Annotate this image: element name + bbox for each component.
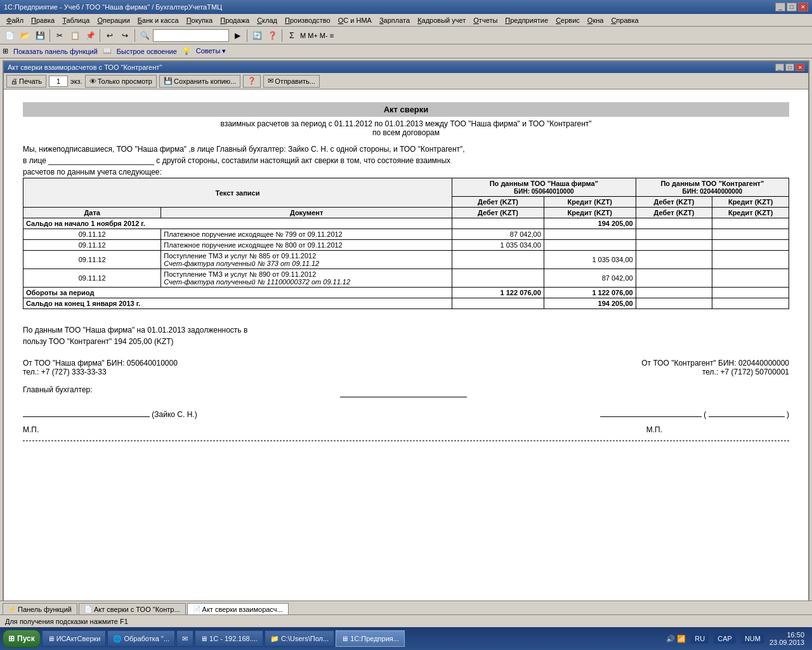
taskbar-item-3[interactable]: 🖥 1С - 192.168.... <box>195 630 263 647</box>
menu-service[interactable]: Сервис <box>552 15 584 25</box>
send-button[interactable]: ✉ Отправить... <box>263 75 320 88</box>
footer-text: По данным ТОО "Наша фирма" на 01.01.2013… <box>23 324 789 347</box>
app-title: 1С:Предприятие - Учеб / ТОО "Наша фирма"… <box>4 3 222 11</box>
menu-bank[interactable]: Банк и касса <box>134 15 183 25</box>
taskbar-item-2[interactable]: ✉ <box>176 630 193 647</box>
tab-act-sverki-kontr[interactable]: 📄 Акт сверки с ТОО "Контр... <box>79 603 186 614</box>
cap-indicator: CAP <box>714 633 736 644</box>
show-panel-button[interactable]: Показать панель функций <box>13 48 98 55</box>
tab-act-sverki-vzaim[interactable]: 📄 Акт сверки взаиморасч... <box>187 603 289 614</box>
their-company-header: По данным ТОО "Контрагент"БИН: 020440000… <box>636 178 789 197</box>
redo-button[interactable]: ↪ <box>118 29 132 43</box>
quick-learn-button[interactable]: Быстрое освоение <box>117 48 177 55</box>
separator5 <box>282 29 282 42</box>
copy-button[interactable]: 📋 <box>68 29 82 43</box>
sum-button[interactable]: Σ <box>285 29 299 43</box>
menu-enterprise[interactable]: Предприятие <box>501 15 552 25</box>
main-toolbar: 📄 📂 💾 ✂ 📋 📌 ↩ ↪ 🔍 ▶ 🔄 ❓ Σ M M+ M- ≡ <box>0 27 812 44</box>
menu-os[interactable]: ОС и НМА <box>334 15 376 25</box>
mp-right: М.П. <box>646 425 662 434</box>
menu-reports[interactable]: Отчеты <box>469 15 501 25</box>
language-indicator[interactable]: RU <box>691 633 709 644</box>
windows-icon: ⊞ <box>8 634 15 643</box>
menu-sales[interactable]: Продажа <box>216 15 253 25</box>
menu-windows[interactable]: Окна <box>584 15 608 25</box>
menu-table[interactable]: Таблица <box>58 15 93 25</box>
saldo-end-label: Сальдо на конец 1 января 2013 г. <box>23 298 452 309</box>
menu-salary[interactable]: Зарплата <box>376 15 414 25</box>
search-btn[interactable]: 🔍 <box>138 29 152 43</box>
menu-warehouse[interactable]: Склад <box>253 15 281 25</box>
taskbar-icon-0: 🖥 <box>48 635 55 642</box>
taskbar-item-0[interactable]: 🖥 ИСАктСверки <box>42 630 107 647</box>
taskbar-item-4[interactable]: 📁 C:\Users\Пол... <box>265 630 334 647</box>
saldo-end-debit <box>452 298 544 309</box>
menu-production[interactable]: Производство <box>281 15 334 25</box>
start-button[interactable]: ⊞ Пуск <box>3 630 41 647</box>
icon-info: 💡 <box>182 47 191 55</box>
act-intro: Мы, нижеподписавшиеся, ТОО "Наша фирма" … <box>23 143 789 178</box>
search-input[interactable] <box>153 29 229 42</box>
taskbar: ⊞ Пуск 🖥 ИСАктСверки 🌐 Обработка "... ✉ … <box>0 627 812 650</box>
close-button[interactable]: ✕ <box>798 3 808 11</box>
our-company-name: От ТОО "Наша фирма" БИН: 050640010000 <box>23 359 178 368</box>
saldo-start-debit <box>452 218 544 229</box>
turnover-debit-their <box>636 288 712 298</box>
credit-3: 1 035 034,00 <box>544 251 636 269</box>
copies-label: экз. <box>70 77 82 85</box>
menu-operations[interactable]: Операции <box>93 15 133 25</box>
tab-panel-functions[interactable]: ⚡ Панель функций <box>3 603 77 614</box>
icon-book: 📖 <box>103 47 112 55</box>
copies-input[interactable]: 1 <box>49 76 68 87</box>
menu-bar: Файл Правка Таблица Операции Банк и касс… <box>0 14 812 27</box>
icon-grid: ⊞ <box>3 47 8 55</box>
paste-button[interactable]: 📌 <box>83 29 97 43</box>
save-button[interactable]: 💾 <box>33 29 47 43</box>
credit-2 <box>544 240 636 251</box>
doc-title: Акт сверки взаиморасчетов с ТОО "Контраг… <box>8 63 162 71</box>
new-button[interactable]: 📄 <box>3 29 16 43</box>
table-row: Обороты за период 1 122 076,00 1 122 076… <box>23 288 789 298</box>
send-icon: ✉ <box>268 77 273 85</box>
save-copy-button[interactable]: 💾 Сохранить копию... <box>159 75 240 88</box>
credit-4: 87 042,00 <box>544 269 636 288</box>
refresh-button[interactable]: 🔄 <box>250 29 264 43</box>
help-button[interactable]: ❓ <box>265 29 279 43</box>
undo-button[interactable]: ↩ <box>103 29 117 43</box>
minimize-button[interactable]: _ <box>775 3 785 11</box>
doc-minimize-button[interactable]: _ <box>775 63 784 71</box>
maximize-button[interactable]: □ <box>787 3 797 11</box>
credit-1 <box>544 229 636 240</box>
taskbar-tray: 🔊 📶 RU CAP NUM 16:50 23.09.2013 <box>661 631 809 646</box>
help-icon-btn[interactable]: ❓ <box>243 75 261 88</box>
tips-button[interactable]: Советы ▾ <box>196 47 226 55</box>
menu-edit[interactable]: Правка <box>27 15 58 25</box>
taskbar-item-1[interactable]: 🌐 Обработка "... <box>107 630 175 647</box>
menu-hr[interactable]: Кадровый учет <box>414 15 469 25</box>
print-button[interactable]: 🖨 Печать <box>6 75 46 88</box>
search-go[interactable]: ▶ <box>230 29 244 43</box>
document-content: Акт сверки взаимных расчетов за период с… <box>4 90 808 612</box>
saldo-end-credit: 194 205,00 <box>544 298 636 309</box>
num-indicator: NUM <box>741 633 764 644</box>
menu-file[interactable]: Файл <box>3 15 27 25</box>
open-button[interactable]: 📂 <box>18 29 32 43</box>
tab-icon-0: ⚡ <box>8 606 16 613</box>
view-only-button[interactable]: 👁 Только просмотр <box>85 75 157 88</box>
taskbar-item-5[interactable]: 🖥 1С:Предприя... <box>336 630 405 647</box>
saldo-start-label: Сальдо на начало 1 ноября 2012 г. <box>23 218 452 229</box>
menu-help[interactable]: Справка <box>607 15 642 25</box>
dashed-separator <box>23 441 789 441</box>
doc-close-button[interactable]: ✕ <box>796 63 804 71</box>
act-title: Акт сверки <box>23 102 789 117</box>
menu-purchase[interactable]: Покупка <box>183 15 217 25</box>
turnover-credit: 1 122 076,00 <box>544 288 636 298</box>
clock: 16:50 23.09.2013 <box>769 631 804 646</box>
debit-our-header: Дебет (KZT) <box>452 197 544 208</box>
cut-button[interactable]: ✂ <box>53 29 67 43</box>
our-signature: (Зайко С. Н.) <box>23 410 197 419</box>
table-row: Сальдо на начало 1 ноября 2012 г. 194 20… <box>23 218 789 229</box>
printer-icon: 🖨 <box>11 77 18 85</box>
doc-maximize-button[interactable]: □ <box>785 63 794 71</box>
their-company-info: От ТОО "Контрагент" БИН: 020440000000 те… <box>641 359 789 376</box>
